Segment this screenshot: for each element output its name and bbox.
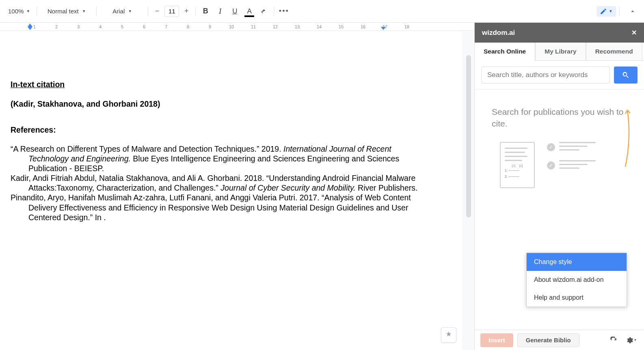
- font-size-decrease[interactable]: −: [151, 6, 163, 17]
- divider: [619, 6, 620, 16]
- close-sidebar-button[interactable]: ✕: [631, 29, 637, 37]
- text-color-button[interactable]: A: [243, 5, 256, 18]
- sidebar-tabs: Search Online My Library Recommend: [475, 43, 644, 61]
- menu-about[interactable]: About wizdom.ai add-on: [527, 271, 627, 289]
- page-content: In-text citation (Kadir, Stakhanova, and…: [11, 79, 426, 222]
- style-value: Normal text: [48, 8, 79, 15]
- sidebar-header: wizdom.ai ✕: [475, 23, 644, 43]
- ruler-num: 10: [229, 24, 234, 29]
- divider: [195, 6, 196, 16]
- collapse-sidebar-button[interactable]: [626, 5, 639, 18]
- font-size-stepper: − +: [151, 6, 192, 17]
- tab-my-library[interactable]: My Library: [535, 43, 586, 60]
- menu-change-style[interactable]: Change style: [527, 253, 627, 271]
- ruler-num: 16: [361, 24, 365, 29]
- search-icon: [622, 71, 630, 79]
- chevron-up-icon: [629, 8, 636, 15]
- zoom-dropdown[interactable]: 100% ▼: [5, 5, 33, 18]
- chevron-down-icon: ▼: [26, 9, 30, 13]
- pencil-icon: [600, 8, 607, 15]
- search-row: [475, 61, 644, 90]
- divider: [37, 6, 37, 16]
- indent-marker-left[interactable]: [28, 24, 32, 27]
- scrollbar-thumb[interactable]: [466, 55, 471, 217]
- zoom-value: 100%: [8, 8, 24, 15]
- chevron-down-icon: ▼: [609, 9, 613, 13]
- tab-search-online[interactable]: Search Online: [475, 43, 535, 61]
- star-icon: [445, 331, 453, 339]
- indent-marker-left-bottom[interactable]: [28, 27, 32, 30]
- divider: [148, 6, 148, 16]
- arrow-icon: [617, 106, 633, 171]
- divider: [274, 6, 274, 16]
- reference-2: Kadir, Andi Fitriah Abdul, Natalia Stakh…: [11, 173, 426, 193]
- ruler-num: 17: [383, 24, 387, 29]
- ruler-num: 14: [317, 24, 322, 29]
- ruler-num: 15: [339, 24, 344, 29]
- editing-mode-button[interactable]: ▼: [596, 6, 616, 17]
- more-options-button[interactable]: •••: [277, 5, 290, 18]
- menu-help[interactable]: Help and support: [527, 289, 627, 307]
- font-value: Arial: [112, 8, 125, 15]
- document-area: 1 2 3 4 5 6 7 8 9 10 11 12 13 14 15 16 1…: [0, 23, 474, 350]
- chevron-down-icon: ▼: [128, 9, 132, 13]
- illust-document: [1] [2] 1. ──── 2. ────: [500, 142, 535, 188]
- intext-citation: (Kadir, Stakhanova, and Ghorbani 2018): [11, 99, 426, 109]
- ruler-num: 4: [99, 24, 102, 29]
- illustration: [1] [2] 1. ──── 2. ──── ✓ ✓: [500, 142, 632, 188]
- gear-icon: [626, 337, 633, 344]
- font-size-input[interactable]: [164, 6, 179, 17]
- toolbar: 100% ▼ Normal text ▼ Arial ▼ − + B I U A…: [0, 0, 644, 23]
- highlighter-icon: [260, 8, 268, 15]
- explore-button[interactable]: [441, 327, 456, 343]
- ruler-num: 2: [55, 24, 58, 29]
- ruler-num: 6: [143, 24, 145, 29]
- main-area: 1 2 3 4 5 6 7 8 9 10 11 12 13 14 15 16 1…: [0, 23, 644, 350]
- search-button[interactable]: [614, 67, 638, 84]
- font-size-increase[interactable]: +: [181, 6, 192, 17]
- heading-references: References:: [11, 125, 426, 135]
- refresh-button[interactable]: [607, 333, 620, 347]
- ruler-num: 1: [33, 24, 36, 29]
- wizdom-sidebar: wizdom.ai ✕ Search Online My Library Rec…: [474, 23, 644, 350]
- highlight-button[interactable]: [257, 5, 270, 18]
- ruler-num: 3: [77, 24, 80, 29]
- settings-button[interactable]: ▼: [625, 333, 638, 347]
- sidebar-footer: Insert Generate Biblio ▼: [475, 330, 644, 350]
- illust-citations: ✓ ✓: [547, 142, 596, 171]
- ruler-num: 11: [251, 24, 256, 29]
- refresh-icon: [610, 337, 617, 344]
- reference-3: Pinandito, Aryo, Hanifah Muslimah Az-zah…: [11, 193, 426, 222]
- ruler-num: 18: [404, 24, 409, 29]
- ruler-num: 5: [121, 24, 123, 29]
- ruler-num: 12: [273, 24, 278, 29]
- ruler-num: 13: [295, 24, 300, 29]
- italic-button[interactable]: I: [214, 5, 227, 18]
- document-page[interactable]: In-text citation (Kadir, Stakhanova, and…: [0, 31, 462, 350]
- divider: [96, 6, 97, 16]
- ruler-num: 9: [209, 24, 211, 29]
- vertical-scrollbar[interactable]: [466, 55, 471, 339]
- paragraph-style-dropdown[interactable]: Normal text ▼: [40, 5, 93, 18]
- font-dropdown[interactable]: Arial ▼: [100, 5, 145, 18]
- reference-1: “A Research on Different Types of Malwar…: [11, 144, 426, 174]
- underline-button[interactable]: U: [228, 5, 241, 18]
- chevron-down-icon: ▼: [82, 9, 86, 13]
- tab-recommend[interactable]: Recommend: [586, 43, 642, 60]
- check-icon: ✓: [547, 161, 555, 170]
- ruler-num: 7: [165, 24, 167, 29]
- search-input[interactable]: [481, 67, 610, 84]
- ruler-num: 8: [187, 24, 189, 29]
- heading-intext: In-text citation: [11, 79, 426, 89]
- settings-menu: Change style About wizdom.ai add-on Help…: [526, 253, 627, 307]
- check-icon: ✓: [547, 143, 555, 151]
- sidebar-body: Search for publications you wish to cite…: [475, 90, 644, 330]
- sidebar-title: wizdom.ai: [482, 29, 515, 37]
- generate-biblio-button[interactable]: Generate Biblio: [517, 333, 579, 347]
- bold-button[interactable]: B: [199, 5, 212, 18]
- hint-text: Search for publications you wish to cite…: [492, 106, 632, 130]
- ruler[interactable]: 1 2 3 4 5 6 7 8 9 10 11 12 13 14 15 16 1…: [0, 23, 474, 31]
- insert-button[interactable]: Insert: [480, 333, 513, 347]
